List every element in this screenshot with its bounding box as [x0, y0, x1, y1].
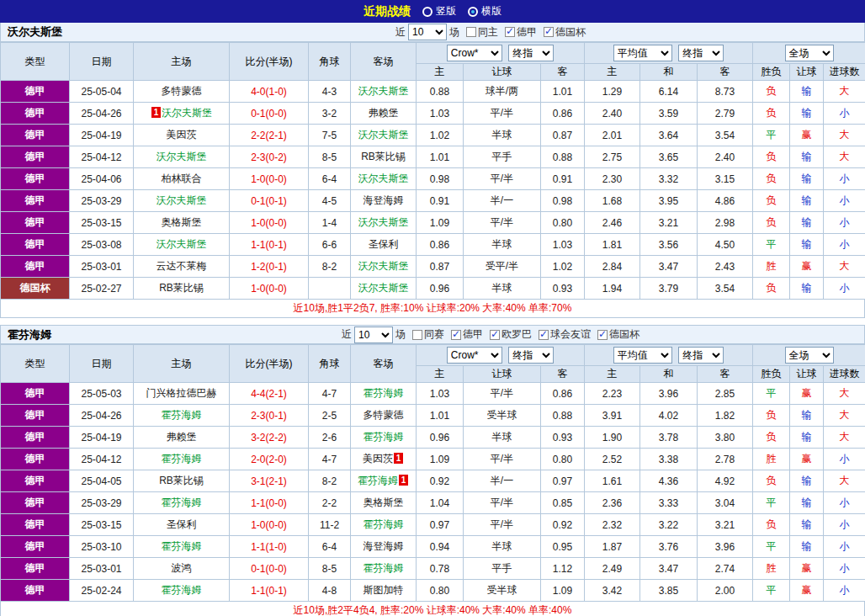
score-cell[interactable]: 3-1(2-1)	[230, 470, 309, 492]
home-team[interactable]: 美因茨	[167, 129, 197, 141]
home-team[interactable]: 沃尔夫斯堡	[157, 194, 207, 206]
home-team[interactable]: 沃尔夫斯堡	[162, 107, 212, 119]
sub-header-result-goals: 进球数	[824, 64, 865, 81]
result-handicap: 输	[790, 514, 824, 536]
score-cell[interactable]: 1-0(0-0)	[230, 168, 309, 190]
score-cell[interactable]: 1-1(1-0)	[230, 536, 309, 558]
asia-handicap: 平/半	[464, 103, 541, 125]
recent-count-select[interactable]: 10	[408, 24, 447, 40]
euro-away-odds: 4.86	[698, 190, 753, 212]
date-cell: 25-03-01	[70, 558, 134, 580]
score-cell[interactable]: 1-0(0-0)	[230, 278, 309, 300]
scope-select[interactable]: 全场	[785, 347, 834, 364]
filter-checkbox[interactable]: 德国杯	[544, 25, 586, 40]
filter-checkbox[interactable]: 同主	[466, 25, 498, 40]
away-team[interactable]: 美因茨	[363, 453, 393, 465]
sub-header-euro-draw: 和	[640, 64, 698, 81]
away-team[interactable]: 多特蒙德	[364, 409, 404, 421]
score-cell[interactable]: 1-1(0-0)	[230, 492, 309, 514]
away-team[interactable]: 沃尔夫斯堡	[358, 282, 409, 294]
home-team[interactable]: 霍芬海姆	[162, 409, 202, 421]
score-cell[interactable]: 4-4(2-1)	[230, 383, 309, 405]
away-team[interactable]: 海登海姆	[364, 540, 404, 552]
asia-company-select[interactable]: Crow*	[447, 45, 502, 61]
score-cell[interactable]: 4-0(1-0)	[230, 81, 309, 103]
away-team[interactable]: 奥格斯堡	[364, 497, 404, 508]
away-team[interactable]: 斯图加特	[364, 584, 404, 596]
score-cell[interactable]: 1-1(0-1)	[230, 234, 309, 256]
home-team[interactable]: 弗赖堡	[167, 431, 197, 443]
league-cell: 德甲	[1, 558, 70, 580]
home-team[interactable]: 奥格斯堡	[162, 216, 202, 228]
asia-final-select[interactable]: 终指	[508, 45, 554, 61]
away-team[interactable]: 沃尔夫斯堡	[358, 260, 409, 272]
home-team[interactable]: 沃尔夫斯堡	[157, 151, 207, 162]
home-team[interactable]: 圣保利	[167, 518, 197, 530]
date-cell: 25-03-15	[70, 514, 134, 536]
euro-average-select[interactable]: 平均值	[613, 45, 672, 61]
filter-checkbox[interactable]: 德甲	[451, 327, 483, 342]
date-cell: 25-05-03	[70, 383, 134, 405]
radio-vertical[interactable]: 竖版	[422, 4, 456, 19]
filter-checkbox[interactable]: 德国杯	[597, 327, 639, 342]
filter-checkbox[interactable]: 欧罗巴	[490, 327, 532, 342]
filter-checkbox[interactable]: 同赛	[412, 327, 444, 342]
score-cell[interactable]: 1-2(0-1)	[230, 256, 309, 278]
home-team[interactable]: 波鸿	[172, 562, 192, 574]
asia-final-select[interactable]: 终指	[508, 347, 554, 364]
score-cell[interactable]: 2-3(0-1)	[230, 405, 309, 427]
score-cell[interactable]: 3-2(2-2)	[230, 427, 309, 449]
away-team[interactable]: 沃尔夫斯堡	[358, 173, 409, 184]
euro-average-select[interactable]: 平均值	[613, 347, 672, 364]
home-team[interactable]: 霍芬海姆	[162, 453, 202, 465]
score-cell[interactable]: 1-0(0-0)	[230, 514, 309, 536]
away-team[interactable]: 霍芬海姆	[358, 475, 398, 486]
euro-home-odds: 3.91	[585, 405, 640, 427]
away-team[interactable]: 弗赖堡	[369, 107, 399, 119]
score-cell[interactable]: 2-2(2-1)	[230, 125, 309, 146]
score-cell[interactable]: 2-0(2-0)	[230, 449, 309, 470]
col-header-corner: 角球	[309, 345, 351, 383]
away-team[interactable]: 沃尔夫斯堡	[358, 85, 409, 97]
table-row: 德甲25-04-12沃尔夫斯堡2-3(0-2)8-5RB莱比锡1.01平手0.8…	[1, 146, 865, 168]
score-cell[interactable]: 1-0(0-0)	[230, 212, 309, 234]
home-team[interactable]: 沃尔夫斯堡	[157, 238, 207, 250]
recent-count-select[interactable]: 10	[354, 327, 393, 343]
corner-cell: 2-5	[309, 405, 351, 427]
sub-header-result-handicap: 让球	[790, 64, 824, 81]
filter-checkbox[interactable]: 德甲	[505, 25, 537, 40]
home-team[interactable]: RB莱比锡	[159, 282, 204, 294]
scope-select[interactable]: 全场	[785, 45, 834, 61]
home-team[interactable]: 门兴格拉德巴赫	[146, 387, 217, 399]
away-team[interactable]: 霍芬海姆	[364, 431, 404, 443]
away-team[interactable]: 海登海姆	[364, 194, 404, 206]
euro-final-select[interactable]: 终指	[678, 347, 724, 364]
result-goals: 小	[824, 212, 865, 234]
home-team[interactable]: 霍芬海姆	[162, 584, 202, 596]
euro-final-select[interactable]: 终指	[678, 45, 724, 61]
home-team[interactable]: 柏林联合	[162, 173, 202, 184]
asia-company-select[interactable]: Crow*	[447, 347, 502, 364]
away-team[interactable]: 霍芬海姆	[364, 518, 404, 530]
away-team[interactable]: 沃尔夫斯堡	[358, 129, 409, 141]
away-team[interactable]: RB莱比锡	[361, 151, 406, 162]
home-team[interactable]: RB莱比锡	[159, 475, 204, 486]
radio-horizontal[interactable]: 横版	[468, 4, 501, 19]
home-team[interactable]: 霍芬海姆	[162, 497, 202, 508]
filter-checkbox[interactable]: 球会友谊	[539, 327, 591, 342]
score-cell[interactable]: 2-3(0-2)	[230, 146, 309, 168]
home-team[interactable]: 多特蒙德	[162, 85, 202, 97]
score-cell[interactable]: 0-1(0-1)	[230, 190, 309, 212]
score-cell[interactable]: 0-1(0-0)	[230, 103, 309, 125]
away-team[interactable]: 霍芬海姆	[364, 562, 404, 574]
asia-home-odds: 1.09	[417, 212, 464, 234]
away-team[interactable]: 霍芬海姆	[364, 387, 404, 399]
score-cell[interactable]: 0-1(0-0)	[230, 558, 309, 580]
away-team[interactable]: 圣保利	[369, 238, 399, 250]
home-team[interactable]: 霍芬海姆	[162, 540, 202, 552]
filter-label: 德国杯	[609, 327, 639, 342]
away-team[interactable]: 沃尔夫斯堡	[358, 216, 409, 228]
table-row: 德甲25-03-01云达不莱梅1-2(0-1)8-2沃尔夫斯堡0.87受平/半1…	[1, 256, 865, 278]
home-team[interactable]: 云达不莱梅	[157, 260, 207, 272]
score-cell[interactable]: 1-1(0-1)	[230, 580, 309, 602]
